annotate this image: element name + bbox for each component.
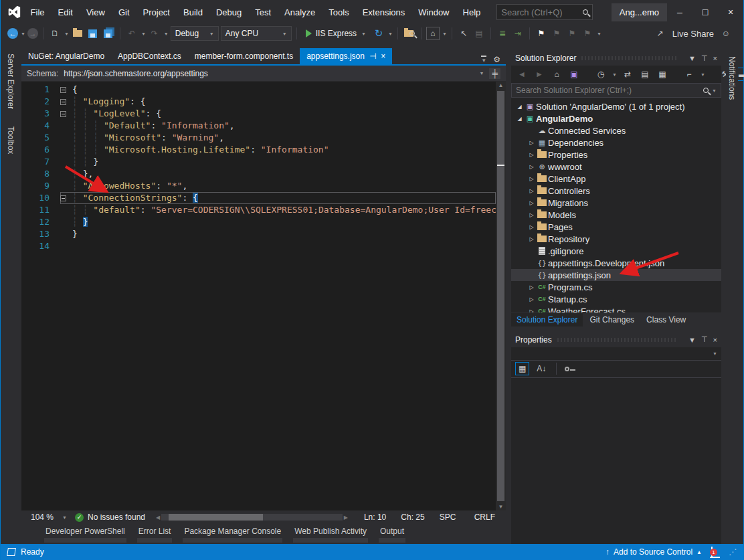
se-forward-icon[interactable]: ► [533,68,546,81]
sync-with-active-document-icon[interactable]: ⇄ [621,68,634,81]
tree-item-connected-services[interactable]: ☁Connected Services [511,124,721,136]
code-line[interactable]: 2┆ "Logging": { [21,96,496,108]
expander-icon[interactable]: ▷ [527,140,536,146]
toolbar-overflow-dropdown[interactable]: ▼ [597,31,601,36]
close-panel-icon[interactable]: × [713,54,717,62]
find-in-files-icon[interactable] [403,27,416,40]
code-line[interactable]: 6┆ ┆ ┆ "Microsoft.Hosting.Lifetime": "In… [21,144,496,156]
run-button[interactable]: IIS Express ▼ [302,26,370,41]
browse-dropdown[interactable]: ▼ [442,31,447,36]
platform-select[interactable]: Any CPU▼ [221,26,292,41]
menu-help[interactable]: Help [456,4,488,21]
navigate-back-dropdown[interactable]: ▼ [21,31,25,36]
expander-icon[interactable]: ▷ [527,308,536,312]
expander-icon[interactable]: ◢ [515,116,524,122]
properties-object-select[interactable]: ▼ [511,347,721,361]
tree-item-appsettings-json[interactable]: {}appsettings.json [511,269,721,281]
code-line[interactable]: 1{ [21,84,496,96]
split-editor-icon[interactable]: ╪ [489,68,500,79]
schema-url[interactable]: https://json.schemastore.org/appsettings [64,69,207,78]
menu-view[interactable]: View [80,4,112,21]
fold-collapse-icon[interactable] [60,195,66,201]
new-project-icon[interactable]: 🗋 [48,27,62,40]
schema-dropdown[interactable]: ▼ [480,71,484,76]
menu-debug[interactable]: Debug [209,4,248,21]
bottom-tab-developer-powershell[interactable]: Developer PowerShell [40,524,130,544]
solution-explorer-header[interactable]: Solution Explorer ▼ ⊤ × [511,51,721,66]
code-line[interactable]: 7┆ ┆ } [21,156,496,168]
new-item-dropdown[interactable]: ▼ [64,31,69,36]
tree-item-angulardemo[interactable]: ◢▣AngularDemo [511,112,721,124]
spaces-indicator[interactable]: SPC [434,512,465,522]
menu-file[interactable]: File [24,4,52,21]
scroll-left-icon[interactable]: ◀ [156,515,160,521]
properties-header[interactable]: Properties ▼ ⊤ × [511,333,721,347]
scroll-up-icon[interactable]: ▲ [496,82,506,88]
open-file-icon[interactable] [71,27,84,40]
tree-item-controllers[interactable]: ▷Controllers [511,185,721,197]
bottom-tab-error-list[interactable]: Error List [133,524,177,544]
nest-files-icon[interactable]: ⌐ [682,68,696,81]
notifications-bell-button[interactable]: 1 [711,547,713,557]
scroll-down-icon[interactable]: ▼ [496,504,506,510]
configuration-select[interactable]: Debug▼ [171,26,219,41]
panel-tab-git-changes[interactable]: Git Changes [584,313,640,326]
panel-tab-class-view[interactable]: Class View [641,313,691,326]
decrease-indent-icon[interactable]: ≣ [496,27,509,40]
editor-vertical-scrollbar[interactable]: ▲ ▼ [496,82,506,510]
issues-status[interactable]: No issues found [88,512,145,522]
pending-changes-filter-icon[interactable]: ◷ [594,68,608,81]
bottom-tab-package-manager-console[interactable]: Package Manager Console [179,524,286,544]
categorized-view-icon[interactable]: ▦ [515,362,529,375]
search-input[interactable]: Search (Ctrl+Q) [496,4,592,20]
bottom-tab-output[interactable]: Output [375,524,409,544]
sidebar-tab-toolbox[interactable]: Toolbox [5,121,17,159]
toggle-bookmark-icon[interactable]: ⚑ [535,27,548,40]
document-tab-appsettings-json[interactable]: appsettings.json⊣× [300,48,392,64]
sidebar-tab-notifications[interactable]: Notifications [726,51,738,105]
fold-margin[interactable] [60,84,72,96]
hscrollbar-thumb[interactable] [169,514,263,521]
solution-explorer-search-input[interactable]: Search Solution Explorer (Ctrl+;) ▼ [511,83,721,98]
properties-position-dropdown[interactable]: ▼ [688,336,696,344]
fold-margin[interactable] [60,192,72,204]
feedback-icon[interactable]: ☺ [719,27,733,40]
copy-parallel-icon[interactable]: ▤ [472,27,486,40]
code-line[interactable]: 14 [21,240,496,252]
scroll-right-icon[interactable]: ▶ [344,515,348,521]
tree-item-migrations[interactable]: ▷Migrations [511,197,721,209]
code-line[interactable]: 4┆ ┆ ┆ "Default": "Information", [21,120,496,132]
alphabetical-sort-icon[interactable]: A↓ [535,362,548,375]
undo-icon[interactable]: ↶ [125,27,138,40]
code-line[interactable]: 12┆ } [21,216,496,228]
home-icon[interactable]: ⌂ [550,68,563,81]
code-line[interactable]: 10┆ "ConnectionStrings": { [21,192,496,204]
tree-item-models[interactable]: ▷Models [511,209,721,221]
zoom-select[interactable]: 104 %▼ [27,512,71,523]
expander-icon[interactable]: ▷ [527,296,536,302]
show-all-files-icon[interactable]: ▦ [656,68,669,81]
expander-icon[interactable]: ▷ [527,152,536,158]
increase-indent-icon[interactable]: ⇥ [511,27,525,40]
expander-icon[interactable]: ▷ [527,212,536,218]
document-tab-appdbcontext-cs[interactable]: AppDBContext.cs [111,48,188,64]
tree-item-dependencies[interactable]: ▷▦Dependencies [511,136,721,149]
tree-item-solution-angulardemo-1-of-1-project-[interactable]: ◢▣Solution 'AngularDemo' (1 of 1 project… [511,100,721,112]
scrollbar-thumb[interactable] [497,91,504,501]
panel-tab-solution-explorer[interactable]: Solution Explorer [511,313,583,326]
line-indicator[interactable]: Ln: 10 [359,512,391,522]
code-line[interactable]: 5┆ ┆ ┆ "Microsoft": "Warning", [21,132,496,144]
bottom-tab-web-publish-activity[interactable]: Web Publish Activity [289,524,372,544]
clear-bookmarks-icon[interactable]: ⚑ [581,27,594,40]
undo-dropdown[interactable]: ▼ [141,31,146,36]
tree-item-wwwroot[interactable]: ▷⊕wwwroot [511,161,721,173]
properties-pin-icon[interactable]: ⊤ [701,335,708,344]
filter-dropdown[interactable]: ▼ [612,72,617,77]
fold-collapse-icon[interactable] [60,87,66,93]
code-line[interactable]: 8┆ }, [21,168,496,180]
se-back-icon[interactable]: ◄ [515,68,529,81]
property-pages-icon[interactable] [565,367,569,371]
menu-tools[interactable]: Tools [322,4,355,21]
window-position-dropdown[interactable]: ▼ [688,54,696,62]
live-share-icon[interactable]: ↗ [654,27,667,40]
